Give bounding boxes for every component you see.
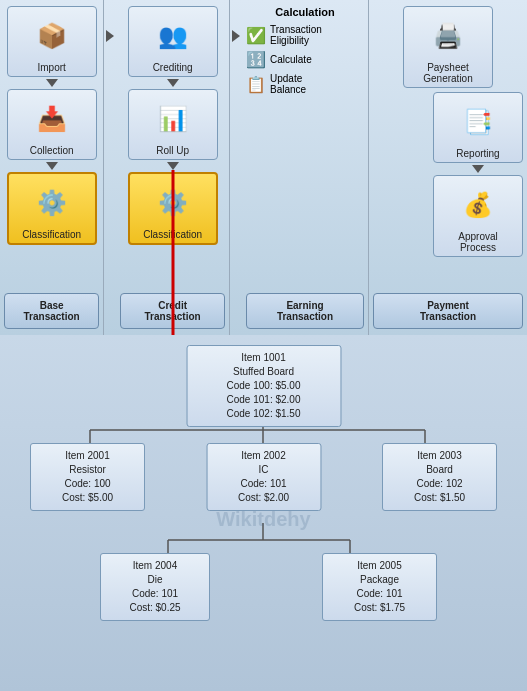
classification-box-1: ⚙️ Classification: [7, 172, 97, 245]
flow-diagram: 📦 Import 📥 Collection ⚙️ Classification …: [0, 0, 527, 335]
node-2005-label: Item 2005PackageCode: 101Cost: $1.75: [354, 560, 405, 613]
calculation-title: Calculation: [275, 6, 334, 18]
update-balance-label: UpdateBalance: [270, 73, 306, 95]
node-2003: Item 2003BoardCode: 102Cost: $1.50: [382, 443, 497, 511]
arrow-4: [167, 162, 179, 170]
col-paysheet: 🖨️ PaysheetGeneration 📑 Reporting 💰 Appr…: [369, 0, 527, 335]
eligibility-icon: ✅: [246, 26, 266, 45]
col-calculation: Calculation ✅ TransactionEligibility 🔢 C…: [242, 0, 369, 335]
node-2005: Item 2005PackageCode: 101Cost: $1.75: [322, 553, 437, 621]
collection-box: 📥 Collection: [7, 89, 97, 160]
classification-label-1: Classification: [13, 229, 91, 240]
reporting-label: Reporting: [438, 148, 518, 159]
arrow-1: [46, 79, 58, 87]
paysheet-section: 🖨️ PaysheetGeneration: [373, 6, 523, 88]
root-node: Item 1001Stuffed BoardCode 100: $5.00Cod…: [186, 345, 341, 427]
arrow-2: [46, 162, 58, 170]
rollup-box: 📊 Roll Up: [128, 89, 218, 160]
import-box: 📦 Import: [7, 6, 97, 77]
node-2004: Item 2004DieCode: 101Cost: $0.25: [100, 553, 210, 621]
reporting-icon: 📑: [454, 98, 502, 146]
node-2002: Item 2002ICCode: 101Cost: $2.00: [206, 443, 321, 511]
tree-diagram: Item 1001Stuffed BoardCode 100: $5.00Cod…: [0, 335, 527, 691]
earning-transaction-label: EarningTransaction: [251, 300, 359, 322]
earning-transaction-box: EarningTransaction: [246, 293, 364, 329]
paysheet-icon: 🖨️: [424, 12, 472, 60]
col-import: 📦 Import 📥 Collection ⚙️ Classification …: [0, 0, 104, 335]
calculate-label: Calculate: [270, 54, 312, 65]
payment-transaction-label: PaymentTransaction: [378, 300, 518, 322]
col-crediting: 👥 Crediting 📊 Roll Up ⚙️ Classification …: [116, 0, 230, 335]
node-2002-label: Item 2002ICCode: 101Cost: $2.00: [238, 450, 289, 503]
payment-transaction-box: PaymentTransaction: [373, 293, 523, 329]
classification-icon-1: ⚙️: [28, 179, 76, 227]
calculate-icon: 🔢: [246, 50, 266, 69]
approval-icon: 💰: [454, 181, 502, 229]
base-transaction-box: BaseTransaction: [4, 293, 99, 329]
rollup-label: Roll Up: [133, 145, 213, 156]
collection-label: Collection: [12, 145, 92, 156]
root-node-label: Item 1001Stuffed BoardCode 100: $5.00Cod…: [227, 352, 301, 419]
eligibility-label: TransactionEligibility: [270, 24, 322, 46]
paysheet-box: 🖨️ PaysheetGeneration: [403, 6, 493, 88]
node-2004-label: Item 2004DieCode: 101Cost: $0.25: [129, 560, 180, 613]
approval-box: 💰 ApprovalProcess: [433, 175, 523, 257]
import-icon: 📦: [28, 12, 76, 60]
node-2001: Item 2001ResistorCode: 100Cost: $5.00: [30, 443, 145, 511]
reporting-approval-col: 📑 Reporting 💰 ApprovalProcess: [433, 92, 523, 257]
rollup-icon: 📊: [149, 95, 197, 143]
reporting-box: 📑 Reporting: [433, 92, 523, 163]
paysheet-label: PaysheetGeneration: [408, 62, 488, 84]
node-2003-label: Item 2003BoardCode: 102Cost: $1.50: [414, 450, 465, 503]
crediting-box: 👥 Crediting: [128, 6, 218, 77]
col4-right: 📑 Reporting 💰 ApprovalProcess: [373, 92, 523, 257]
red-line: [171, 170, 174, 335]
update-balance-item: 📋 UpdateBalance: [246, 73, 364, 95]
arrow-5: [472, 165, 484, 173]
calculate-item: 🔢 Calculate: [246, 50, 364, 69]
node-2001-label: Item 2001ResistorCode: 100Cost: $5.00: [62, 450, 113, 503]
update-balance-icon: 📋: [246, 75, 266, 94]
arrow-3: [167, 79, 179, 87]
collection-icon: 📥: [28, 95, 76, 143]
base-transaction-label: BaseTransaction: [9, 300, 94, 322]
crediting-icon: 👥: [149, 12, 197, 60]
import-label: Import: [12, 62, 92, 73]
right-arrow-1: [106, 30, 114, 42]
eligibility-item: ✅ TransactionEligibility: [246, 24, 364, 46]
watermark: Wikitdehy: [216, 508, 310, 531]
col1-col2-arrow: [104, 0, 116, 335]
crediting-label: Crediting: [133, 62, 213, 73]
col2-col3-arrow: [230, 0, 242, 335]
right-arrow-2: [232, 30, 240, 42]
approval-label: ApprovalProcess: [438, 231, 518, 253]
